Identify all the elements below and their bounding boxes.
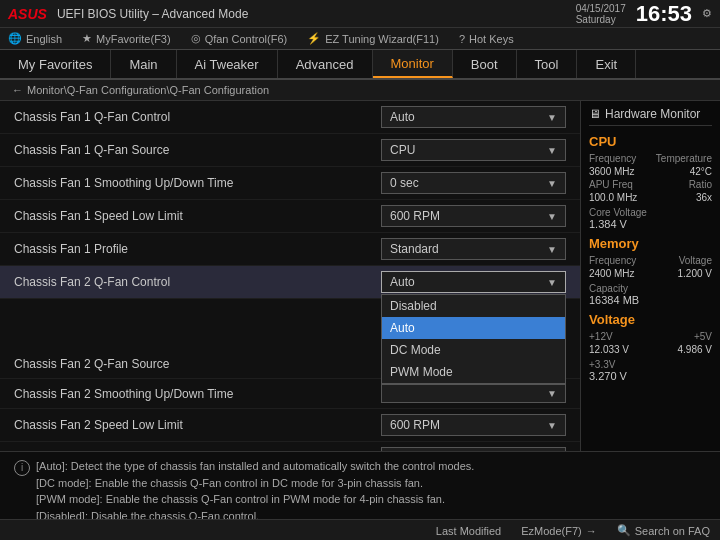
chevron-down-icon: ▼: [547, 244, 557, 255]
eztuning-btn[interactable]: ⚡ EZ Tuning Wizard(F11): [307, 32, 439, 45]
dropdown-option-disabled[interactable]: Disabled: [382, 295, 565, 317]
dropdown-option-dcmode[interactable]: DC Mode: [382, 339, 565, 361]
hw-cpu-ratio-value: 36x: [696, 192, 712, 203]
search-icon: 🔍: [617, 524, 631, 537]
top-bar: ASUS UEFI BIOS Utility – Advanced Mode 0…: [0, 0, 720, 28]
hw-cpu-freq-value: 3600 MHz: [589, 166, 635, 177]
language-selector[interactable]: 🌐 English: [8, 32, 62, 45]
settings-panel: Chassis Fan 1 Q-Fan Control Auto ▼ Chass…: [0, 101, 580, 451]
nav-advanced[interactable]: Advanced: [278, 50, 373, 78]
breadcrumb: ← Monitor\Q-Fan Configuration\Q-Fan Conf…: [0, 80, 720, 101]
keyboard-icon: ?: [459, 33, 465, 45]
cf1-profile-label: Chassis Fan 1 Profile: [14, 242, 381, 256]
bios-title: UEFI BIOS Utility – Advanced Mode: [57, 7, 566, 21]
hw-mem-volt-value: 1.200 V: [678, 268, 712, 279]
hw-cpu-apufreq-value: 100.0 MHz: [589, 192, 637, 203]
hotkeys-label: Hot Keys: [469, 33, 514, 45]
nav-exit[interactable]: Exit: [577, 50, 636, 78]
dropdown-option-auto[interactable]: Auto: [382, 317, 565, 339]
search-faq-label: Search on FAQ: [635, 525, 710, 537]
setting-row-cf2-profile: Chassis Fan 2 Profile Standard ▼: [0, 442, 580, 451]
asus-logo: ASUS: [8, 6, 47, 22]
chevron-down-icon: ▼: [547, 211, 557, 222]
chevron-down-icon: ▼: [547, 178, 557, 189]
cf1-control-label: Chassis Fan 1 Q-Fan Control: [14, 110, 381, 124]
setting-row-cf1-profile: Chassis Fan 1 Profile Standard ▼: [0, 233, 580, 266]
last-modified-item: Last Modified: [436, 525, 501, 537]
hw-cpu-freq-row: Frequency Temperature: [589, 153, 712, 164]
nav-ai-tweaker[interactable]: Ai Tweaker: [177, 50, 278, 78]
hw-cpu-freq-val-row: 3600 MHz 42°C: [589, 166, 712, 177]
chevron-down-icon: ▼: [547, 420, 557, 431]
qfan-label: Qfan Control(F6): [205, 33, 288, 45]
fan-icon: ◎: [191, 32, 201, 45]
myfavorites-btn[interactable]: ★ MyFavorite(F3): [82, 32, 171, 45]
nav-monitor[interactable]: Monitor: [373, 50, 453, 78]
monitor-icon: 🖥: [589, 107, 601, 121]
hardware-monitor-panel: 🖥 Hardware Monitor CPU Frequency Tempera…: [580, 101, 720, 451]
cf2-control-dropdown[interactable]: Auto ▼ Disabled Auto DC Mode PWM Mode: [381, 271, 566, 293]
hw-voltage-section: Voltage: [589, 312, 712, 327]
language-label: English: [26, 33, 62, 45]
cf1-source-label: Chassis Fan 1 Q-Fan Source: [14, 143, 381, 157]
eztuning-label: EZ Tuning Wizard(F11): [325, 33, 439, 45]
cf2-smoothing-dropdown[interactable]: ▼: [381, 384, 566, 403]
hw-cpu-apufreq-val-row: 100.0 MHz 36x: [589, 192, 712, 203]
info-icon: i: [14, 460, 30, 476]
arrow-right-icon: →: [586, 525, 597, 537]
chevron-down-icon: ▼: [547, 388, 557, 399]
hw-mem-cap-label: Capacity: [589, 283, 712, 294]
hw-mem-freq-label: Frequency: [589, 255, 636, 266]
back-arrow-icon[interactable]: ←: [12, 84, 23, 96]
gear-icon[interactable]: ⚙: [702, 7, 712, 20]
datetime: 04/15/2017 Saturday: [576, 3, 626, 25]
chevron-down-icon: ▼: [547, 277, 557, 288]
hw-cpu-apufreq-label: APU Freq: [589, 179, 633, 190]
hw-mem-labels-row: Frequency Voltage: [589, 255, 712, 266]
ezmode-label: EzMode(F7): [521, 525, 582, 537]
star-icon: ★: [82, 32, 92, 45]
hw-cpu-corevolt-value: 1.384 V: [589, 218, 712, 230]
cf2-profile-dropdown[interactable]: Standard ▼: [381, 447, 566, 451]
qfan-btn[interactable]: ◎ Qfan Control(F6): [191, 32, 288, 45]
dropdown-menu: Disabled Auto DC Mode PWM Mode: [381, 294, 566, 384]
hw-5v-label: +5V: [694, 331, 712, 342]
hw-cpu-temp-label: Temperature: [656, 153, 712, 164]
hw-volt-12-5-vals: 12.033 V 4.986 V: [589, 344, 712, 355]
cf2-smoothing-label: Chassis Fan 2 Smoothing Up/Down Time: [14, 387, 381, 401]
cf1-smoothing-dropdown[interactable]: 0 sec ▼: [381, 172, 566, 194]
hw-33v-label: +3.3V: [589, 359, 712, 370]
dropdown-option-pwmmode[interactable]: PWM Mode: [382, 361, 565, 383]
nav-boot[interactable]: Boot: [453, 50, 517, 78]
chevron-down-icon: ▼: [547, 112, 557, 123]
cf1-profile-dropdown[interactable]: Standard ▼: [381, 238, 566, 260]
nav-main[interactable]: Main: [111, 50, 176, 78]
hw-33v-value: 3.270 V: [589, 370, 712, 382]
setting-row-cf1-control: Chassis Fan 1 Q-Fan Control Auto ▼: [0, 101, 580, 134]
cf1-speed-label: Chassis Fan 1 Speed Low Limit: [14, 209, 381, 223]
cf2-speed-dropdown[interactable]: 600 RPM ▼: [381, 414, 566, 436]
hw-mem-freq-value: 2400 MHz: [589, 268, 635, 279]
nav-my-favorites[interactable]: My Favorites: [0, 50, 111, 78]
cf2-source-label: Chassis Fan 2 Q-Fan Source: [14, 357, 381, 371]
hw-mem-cap-value: 16384 MB: [589, 294, 712, 306]
nav-tool[interactable]: Tool: [517, 50, 578, 78]
hw-monitor-title: 🖥 Hardware Monitor: [589, 107, 712, 126]
info-line-2: [DC mode]: Enable the chassis Q-Fan cont…: [36, 477, 423, 489]
hotkeys-btn[interactable]: ? Hot Keys: [459, 33, 514, 45]
chevron-down-icon: ▼: [547, 145, 557, 156]
info-line-4: [Disabled]: Disable the chassis Q-Fan co…: [36, 510, 259, 520]
time-display: 16:53: [636, 1, 692, 27]
cf2-control-label: Chassis Fan 2 Q-Fan Control: [14, 275, 381, 289]
hw-cpu-corevolt-label: Core Voltage: [589, 207, 712, 218]
cf1-control-dropdown[interactable]: Auto ▼: [381, 106, 566, 128]
info-line-1: [Auto]: Detect the type of chassis fan i…: [36, 460, 474, 472]
ezmode-item[interactable]: EzMode(F7) →: [521, 525, 597, 537]
myfavorites-label: MyFavorite(F3): [96, 33, 171, 45]
setting-row-cf1-smoothing: Chassis Fan 1 Smoothing Up/Down Time 0 s…: [0, 167, 580, 200]
cf1-source-dropdown[interactable]: CPU ▼: [381, 139, 566, 161]
search-faq-item[interactable]: 🔍 Search on FAQ: [617, 524, 710, 537]
cf1-speed-dropdown[interactable]: 600 RPM ▼: [381, 205, 566, 227]
hw-cpu-section: CPU: [589, 134, 712, 149]
setting-row-cf2-speed: Chassis Fan 2 Speed Low Limit 600 RPM ▼: [0, 409, 580, 442]
